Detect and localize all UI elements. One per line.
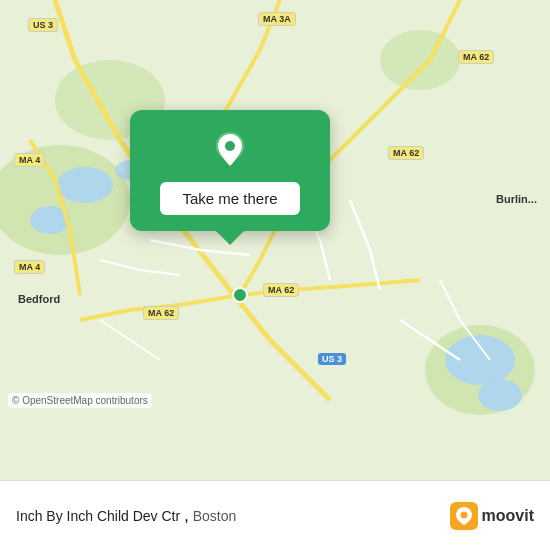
road-label-ma62-bottom-left: MA 62 xyxy=(143,306,179,320)
bottom-bar: Inch By Inch Child Dev Ctr , Boston moov… xyxy=(0,480,550,550)
map-container: US 3 MA 3A MA 62 MA 4 MA 62 MA 4 MA 62 M… xyxy=(0,0,550,480)
svg-point-53 xyxy=(233,288,247,302)
take-me-there-button[interactable]: Take me there xyxy=(160,182,299,215)
copyright-text: © OpenStreetMap contributors xyxy=(8,393,152,408)
road-label-ma4-bottom-left: MA 4 xyxy=(14,260,45,274)
place-label-burlington: Burlin... xyxy=(496,193,537,205)
place-label-bedford: Bedford xyxy=(18,293,60,305)
pin-icon xyxy=(208,128,252,172)
road-label-ma4-left: MA 4 xyxy=(14,153,45,167)
svg-point-4 xyxy=(380,30,460,90)
moovit-logo: moovit xyxy=(450,502,534,530)
place-name: Inch By Inch Child Dev Ctr xyxy=(16,508,180,524)
road-label-us3-bottom: US 3 xyxy=(318,353,346,365)
svg-point-58 xyxy=(460,511,467,518)
svg-point-56 xyxy=(225,141,235,151)
moovit-text: moovit xyxy=(482,507,534,525)
popup-card: Take me there xyxy=(130,110,330,231)
map-svg xyxy=(0,0,550,480)
moovit-brand-icon xyxy=(450,502,478,530)
road-label-ma62-top-right: MA 62 xyxy=(458,50,494,64)
svg-point-5 xyxy=(57,167,113,203)
road-label-ma62-mid-right: MA 62 xyxy=(388,146,424,160)
road-label-us3-top: US 3 xyxy=(28,18,58,32)
svg-point-7 xyxy=(445,335,515,385)
svg-point-8 xyxy=(478,379,522,411)
road-label-ma62-bottom-mid: MA 62 xyxy=(263,283,299,297)
separator: , xyxy=(184,507,188,525)
city-name: Boston xyxy=(193,508,237,524)
road-label-ma3a: MA 3A xyxy=(258,12,296,26)
